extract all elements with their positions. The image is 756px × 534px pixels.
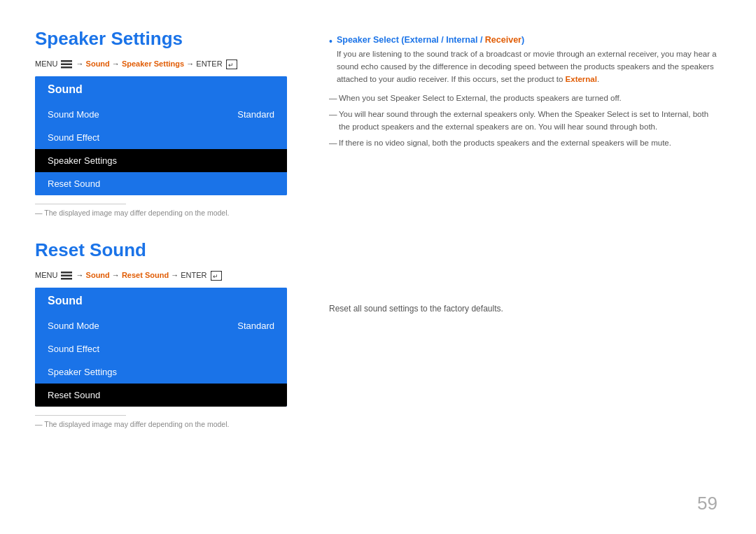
enter-text-2: ENTER: [181, 271, 206, 279]
sound-menu-header-1: Sound: [35, 76, 287, 103]
speaker-settings-menu: Sound Sound Mode Standard Sound Effect S…: [35, 76, 287, 195]
bullet-dot-1: •: [329, 36, 332, 47]
sound-effect-label-2: Sound Effect: [48, 344, 99, 354]
reset-sound-link: Reset Sound: [122, 271, 169, 279]
arrow1: →: [76, 59, 86, 68]
svg-rect-6: [61, 275, 72, 277]
enter-icon: ↵: [226, 59, 237, 69]
dash-item-3: If there is no video signal, both the pr…: [329, 137, 721, 150]
reset-note: Reset all sound settings to the factory …: [329, 304, 721, 314]
svg-rect-0: [61, 60, 72, 62]
arrow6: →: [171, 271, 181, 279]
speaker-settings-section: Speaker Settings MENU → Sound → Speaker …: [35, 28, 287, 217]
reset-sound-note: The displayed image may differ depending…: [35, 420, 287, 428]
enter-icon-2: ↵: [211, 271, 222, 281]
reset-sound-selected-item[interactable]: Reset Sound: [35, 384, 287, 407]
speaker-settings-link: Speaker Settings: [122, 59, 184, 68]
svg-text:↵: ↵: [213, 273, 218, 280]
svg-rect-5: [61, 272, 72, 274]
svg-rect-1: [61, 64, 72, 66]
reset-sound-selected-label: Reset Sound: [48, 390, 100, 400]
arrow5: →: [112, 271, 122, 279]
reset-sound-label-1: Reset Sound: [48, 178, 100, 189]
speaker-settings-item[interactable]: Speaker Settings: [35, 149, 287, 172]
speaker-select-title: Speaker Select (External / Internal / Re…: [337, 35, 721, 45]
speaker-settings-menu-path: MENU → Sound → Speaker Settings → ENTER …: [35, 59, 287, 69]
speaker-settings-label: Speaker Settings: [48, 155, 117, 166]
sound-mode-item: Sound Mode Standard: [35, 103, 287, 126]
reset-sound-title: Reset Sound: [35, 239, 287, 261]
arrow3: →: [186, 59, 196, 68]
sound-mode-label: Sound Mode: [48, 109, 99, 120]
sound-effect-item: Sound Effect: [35, 126, 287, 149]
menu-icon-2: [61, 272, 72, 280]
dash-item-1: When you set Speaker Select to External,…: [329, 92, 721, 105]
reset-sound-menu-path: MENU → Sound → Reset Sound → ENTER ↵: [35, 271, 287, 281]
sound-menu-header-2: Sound: [35, 288, 287, 314]
sound-mode-value-2: Standard: [237, 321, 274, 331]
menu-prefix: MENU: [35, 59, 57, 68]
speaker-settings-title: Speaker Settings: [35, 28, 287, 50]
speaker-settings-note: The displayed image may differ depending…: [35, 209, 287, 217]
enter-text: ENTER: [196, 59, 222, 68]
sound-effect-item-2: Sound Effect: [35, 337, 287, 360]
speaker-settings-label-2: Speaker Settings: [48, 367, 117, 377]
speaker-settings-item-2: Speaker Settings: [35, 360, 287, 384]
sound-mode-label-2: Sound Mode: [48, 321, 99, 331]
menu-icon: [61, 60, 72, 69]
menu-prefix-2: MENU: [35, 271, 57, 279]
sound-mode-item-2: Sound Mode Standard: [35, 314, 287, 337]
arrow2: →: [112, 59, 122, 68]
speaker-select-bullet: • Speaker Select (External / Internal / …: [329, 35, 721, 150]
reset-sound-menu: Sound Sound Mode Standard Sound Effect S…: [35, 288, 287, 407]
svg-text:↵: ↵: [228, 62, 234, 69]
sound-effect-label: Sound Effect: [48, 132, 99, 143]
sound-mode-value: Standard: [237, 109, 274, 120]
speaker-select-row: • Speaker Select (External / Internal / …: [329, 35, 721, 90]
speaker-select-body: If you are listening to the sound track …: [337, 48, 721, 85]
sound-link-1: Sound: [86, 59, 110, 68]
page-number: 59: [697, 493, 718, 514]
reset-sound-item-1: Reset Sound: [35, 172, 287, 195]
dash-item-2: You will hear sound through the external…: [329, 108, 721, 134]
divider-1: [35, 204, 126, 204]
svg-rect-2: [61, 66, 72, 69]
svg-rect-7: [61, 278, 72, 280]
sound-link-2: Sound: [86, 271, 110, 279]
reset-sound-section: Reset Sound MENU → Sound → Reset Sound →…: [35, 239, 287, 428]
arrow4: →: [76, 271, 86, 279]
divider-2: [35, 415, 126, 416]
